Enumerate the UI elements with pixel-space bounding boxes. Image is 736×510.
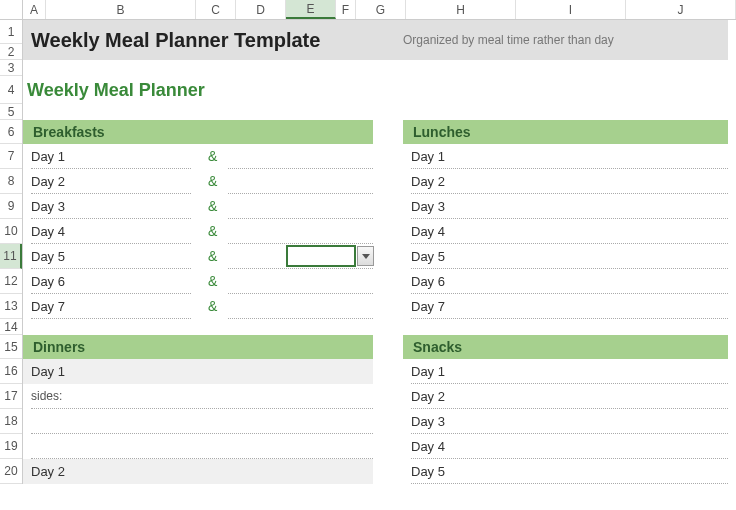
col-header-D[interactable]: D xyxy=(236,0,286,19)
row-header-18[interactable]: 18 xyxy=(0,409,22,434)
selected-cell[interactable] xyxy=(286,245,356,267)
row-header-6[interactable]: 6 xyxy=(0,120,22,144)
amp-icon: & xyxy=(208,223,217,239)
corner-cell[interactable] xyxy=(0,0,23,19)
dinners-sides-label: sides: xyxy=(31,389,62,403)
planner-title: Weekly Meal Planner xyxy=(27,80,205,101)
dinners-header: Dinners xyxy=(23,335,373,359)
lunches-day5[interactable]: Day 5 xyxy=(403,244,728,269)
row-header-1[interactable]: 1 xyxy=(0,20,22,44)
col-header-G[interactable]: G xyxy=(356,0,406,19)
col-header-A[interactable]: A xyxy=(23,0,46,19)
row-header-17[interactable]: 17 xyxy=(0,384,22,409)
column-headers: A B C D E F G H I J xyxy=(0,0,736,20)
row-header-16[interactable]: 16 xyxy=(0,359,22,384)
breakfasts-day6[interactable]: Day 6 xyxy=(23,269,373,294)
col-header-I[interactable]: I xyxy=(516,0,626,19)
amp-icon: & xyxy=(208,173,217,189)
dinners-day1[interactable]: Day 1 xyxy=(23,359,373,384)
snacks-day4[interactable]: Day 4 xyxy=(403,434,728,459)
row-header-3[interactable]: 3 xyxy=(0,60,22,76)
col-header-B[interactable]: B xyxy=(46,0,196,19)
row-header-4[interactable]: 4 xyxy=(0,76,22,104)
row-header-5[interactable]: 5 xyxy=(0,104,22,120)
row-header-14[interactable]: 14 xyxy=(0,319,22,335)
row-header-19[interactable]: 19 xyxy=(0,434,22,459)
lunches-day2[interactable]: Day 2 xyxy=(403,169,728,194)
col-header-F[interactable]: F xyxy=(336,0,356,19)
breakfasts-day7[interactable]: Day 7 xyxy=(23,294,373,319)
lunches-header: Lunches xyxy=(403,120,728,144)
col-header-E[interactable]: E xyxy=(286,0,336,19)
row-header-12[interactable]: 12 xyxy=(0,269,22,294)
snacks-header: Snacks xyxy=(403,335,728,359)
amp-icon: & xyxy=(208,248,217,264)
lunches-day7[interactable]: Day 7 xyxy=(403,294,728,319)
amp-icon: & xyxy=(208,273,217,289)
snacks-day5[interactable]: Day 5 xyxy=(403,459,728,484)
template-title: Weekly Meal Planner Template xyxy=(31,29,320,52)
row-header-13[interactable]: 13 xyxy=(0,294,22,319)
dinners-day2[interactable]: Day 2 xyxy=(23,459,373,484)
breakfasts-day1[interactable]: Day 1 xyxy=(23,144,373,169)
row-header-11[interactable]: 11 xyxy=(0,244,22,269)
breakfasts-day2[interactable]: Day 2 xyxy=(23,169,373,194)
spreadsheet-grid[interactable]: Weekly Meal Planner Template Organized b… xyxy=(23,20,736,484)
amp-icon: & xyxy=(208,148,217,164)
amp-icon: & xyxy=(208,198,217,214)
row-header-2[interactable]: 2 xyxy=(0,44,22,60)
breakfasts-day3[interactable]: Day 3 xyxy=(23,194,373,219)
snacks-day2[interactable]: Day 2 xyxy=(403,384,728,409)
lunches-day4[interactable]: Day 4 xyxy=(403,219,728,244)
lunches-day6[interactable]: Day 6 xyxy=(403,269,728,294)
lunches-day3[interactable]: Day 3 xyxy=(403,194,728,219)
breakfasts-header: Breakfasts xyxy=(23,120,373,144)
row-header-8[interactable]: 8 xyxy=(0,169,22,194)
lunches-day1[interactable]: Day 1 xyxy=(403,144,728,169)
row-headers: 1 2 3 4 5 6 7 8 9 10 11 12 13 14 15 16 1… xyxy=(0,20,23,484)
row-header-9[interactable]: 9 xyxy=(0,194,22,219)
breakfasts-day4[interactable]: Day 4 xyxy=(23,219,373,244)
col-header-J[interactable]: J xyxy=(626,0,736,19)
row-header-7[interactable]: 7 xyxy=(0,144,22,169)
dropdown-button[interactable] xyxy=(357,246,374,266)
col-header-H[interactable]: H xyxy=(406,0,516,19)
snacks-day1[interactable]: Day 1 xyxy=(403,359,728,384)
snacks-day3[interactable]: Day 3 xyxy=(403,409,728,434)
amp-icon: & xyxy=(208,298,217,314)
title-banner: Weekly Meal Planner Template Organized b… xyxy=(23,20,728,60)
template-subtitle: Organized by meal time rather than day xyxy=(403,33,614,47)
col-header-C[interactable]: C xyxy=(196,0,236,19)
row-header-10[interactable]: 10 xyxy=(0,219,22,244)
row-header-15[interactable]: 15 xyxy=(0,335,22,359)
row-header-20[interactable]: 20 xyxy=(0,459,22,484)
